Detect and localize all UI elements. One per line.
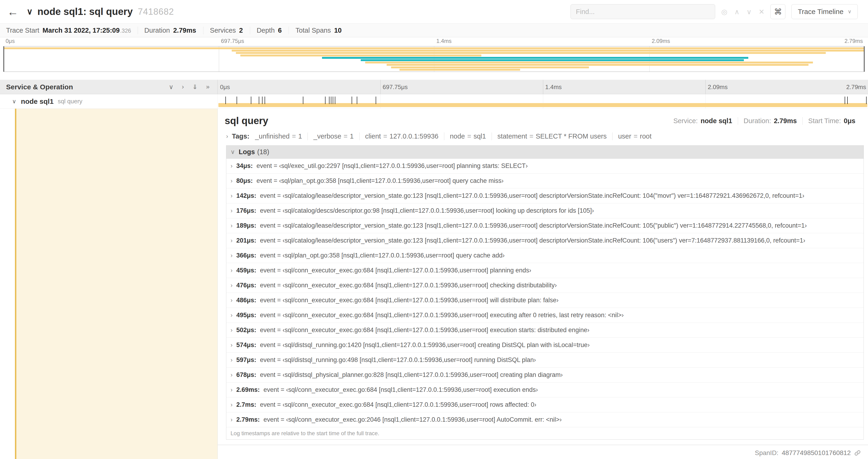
log-message: event = ‹sql/distsql_running.go:1420 [ns… <box>260 341 590 349</box>
trace-id: 7418682 <box>138 7 174 17</box>
log-timestamp: 502μs: <box>236 327 256 334</box>
viewport-scrubber-right[interactable] <box>864 46 865 72</box>
log-entry[interactable]: › 201μs: event = ‹sql/catalog/lease/desc… <box>226 233 864 248</box>
log-marker-tick <box>357 97 357 104</box>
equals-sign: = <box>292 132 296 140</box>
timeline-collapse-controls: ∨ › ⇓ » <box>169 83 211 91</box>
clear-search-icon[interactable]: ✕ <box>758 8 765 16</box>
log-timestamp: 459μs: <box>236 267 256 274</box>
expand-all-double-chevron-right-icon[interactable]: » <box>206 83 210 91</box>
detail-left-gutter <box>0 109 218 459</box>
log-message: event = ‹sql/conn_executor_exec.go:2046 … <box>264 416 562 423</box>
minimap-canvas[interactable] <box>3 46 865 72</box>
command-icon: ⌘ <box>774 7 782 16</box>
span-operation-name: sql query <box>58 98 83 105</box>
find-input[interactable] <box>570 4 715 19</box>
log-entry[interactable]: › 176μs: event = ‹sql/catalog/descs/desc… <box>226 203 864 218</box>
summary-item: Duration 2.79ms <box>138 27 203 34</box>
log-entry[interactable]: › 2.79ms: event = ‹sql/conn_executor_exe… <box>226 412 864 427</box>
log-marker-tick <box>303 97 303 104</box>
log-message: event = ‹sql/conn_executor_exec.go:684 [… <box>260 297 559 304</box>
collapse-all-chevron-down-icon[interactable]: ∨ <box>169 83 174 91</box>
span-name-column[interactable]: ∨ node sql1 sql query <box>0 94 218 109</box>
service-operation-header: Service & Operation ∨ › ⇓ » <box>0 80 218 94</box>
log-entry[interactable]: › 2.7ms: event = ‹sql/conn_executor_exec… <box>226 397 864 412</box>
log-marker-tick <box>376 97 376 104</box>
logs-header[interactable]: ∨ Logs (18) <box>226 145 864 159</box>
ruler-gridline <box>705 80 706 94</box>
timeline-ruler: 0μs697.75μs1.4ms2.09ms2.79ms <box>218 80 868 94</box>
chevron-down-icon[interactable]: ∨ <box>12 98 16 105</box>
collapse-trace-chevron-icon[interactable]: ∨ <box>27 7 33 17</box>
log-entry[interactable]: › 366μs: event = ‹sql/plan_opt.go:358 [n… <box>226 248 864 263</box>
minimap-span-bar <box>391 66 589 68</box>
ruler-gridline <box>543 80 543 94</box>
summary-value: March 31 2022, 17:25:09 <box>42 27 120 34</box>
time-tick-label: 2.09ms <box>708 84 727 91</box>
copy-link-icon[interactable] <box>854 450 861 456</box>
log-message: event = ‹sql/conn_executor_exec.go:684 [… <box>260 312 624 319</box>
viewport-scrubber-left[interactable] <box>3 46 4 72</box>
log-entry[interactable]: › 189μs: event = ‹sql/catalog/lease/desc… <box>226 218 864 233</box>
log-entry[interactable]: › 678μs: event = ‹sql/distsql_physical_p… <box>226 368 864 383</box>
summary-item: Services 2 <box>203 27 250 34</box>
tag-value: sql1 <box>473 132 486 140</box>
log-entry[interactable]: › 574μs: event = ‹sql/distsql_running.go… <box>226 338 864 353</box>
equals-sign: = <box>633 132 638 140</box>
tags-row[interactable]: › Tags: _unfinished = 1 _verbose = 1 <box>218 130 868 145</box>
summary-label: Duration <box>145 27 170 34</box>
log-marker-tick <box>225 97 226 104</box>
log-entry[interactable]: › 495μs: event = ‹sql/conn_executor_exec… <box>226 308 864 323</box>
log-entry[interactable]: › 597μs: event = ‹sql/distsql_running.go… <box>226 353 864 368</box>
equals-sign: = <box>467 132 471 140</box>
log-timestamp: 2.79ms: <box>236 416 260 423</box>
back-button[interactable]: ← <box>0 0 26 23</box>
time-tick-label: 1.4ms <box>545 84 562 91</box>
log-message: event = ‹sql/catalog/lease/descriptor_ve… <box>260 192 804 199</box>
log-timestamp: 189μs: <box>236 222 256 229</box>
log-entry[interactable]: › 2.69ms: event = ‹sql/conn_executor_exe… <box>226 383 864 397</box>
next-result-icon[interactable]: ∨ <box>746 8 751 16</box>
equals-sign: = <box>383 132 387 140</box>
find-focus-icon[interactable]: ◎ <box>721 8 727 16</box>
log-entry[interactable]: › 502μs: event = ‹sql/conn_executor_exec… <box>226 323 864 338</box>
chevron-right-icon: › <box>230 162 232 170</box>
trace-title: node sql1: sql query <box>37 6 132 17</box>
log-entry[interactable]: › 459μs: event = ‹sql/conn_executor_exec… <box>226 263 864 278</box>
view-selector-label: Trace Timeline <box>798 8 843 15</box>
log-entry[interactable]: › 476μs: event = ‹sql/conn_executor_exec… <box>226 278 864 293</box>
log-message: event = ‹sql/plan_opt.go:358 [nsql1,clie… <box>260 252 505 259</box>
span-service-name: node sql1 <box>21 97 54 105</box>
trace-view-selector[interactable]: Trace Timeline ∨ <box>792 4 858 19</box>
overview-label: Start Time: <box>808 117 841 125</box>
tag-value: SELECT * FROM users <box>536 132 607 140</box>
summary-value: 2 <box>239 27 243 34</box>
span-timeline-track[interactable] <box>218 94 868 109</box>
log-marker-tick <box>265 97 265 104</box>
minimap-span-bar <box>240 55 482 57</box>
log-entry[interactable]: › 486μs: event = ‹sql/conn_executor_exec… <box>226 293 864 308</box>
summary-value: 10 <box>334 27 342 34</box>
collapse-level-double-chevron-down-icon[interactable]: ⇓ <box>192 83 198 91</box>
expand-chevron-right-icon[interactable]: › <box>182 83 184 91</box>
time-tick-label: 0μs <box>6 38 15 44</box>
chevron-right-icon: › <box>230 237 232 244</box>
log-timestamp: 142μs: <box>236 192 256 199</box>
log-timestamp: 495μs: <box>236 312 256 319</box>
log-entry[interactable]: › 142μs: event = ‹sql/catalog/lease/desc… <box>226 189 864 203</box>
log-entry[interactable]: › 80μs: event = ‹sql/plan_opt.go:358 [ns… <box>226 173 864 189</box>
overview-value: node sql1 <box>701 117 732 125</box>
prev-result-icon[interactable]: ∧ <box>734 8 739 16</box>
log-marker-tick <box>866 97 867 104</box>
log-message: event = ‹sql/plan_opt.go:358 [nsql1,clie… <box>256 177 503 185</box>
tag-key: node <box>450 132 465 140</box>
log-timestamp: 486μs: <box>236 297 256 304</box>
chevron-right-icon: › <box>230 371 232 379</box>
minimap-axis: 0μs697.75μs1.4ms2.09ms2.79ms <box>3 38 865 46</box>
log-marker-tick <box>335 97 335 104</box>
trace-minimap[interactable]: 0μs697.75μs1.4ms2.09ms2.79ms <box>0 37 868 73</box>
tag-item: node = sql1 <box>444 132 492 140</box>
log-entry[interactable]: › 34μs: event = ‹sql/exec_util.go:2297 [… <box>226 159 864 173</box>
trace-summary-bar: Trace Start March 31 2022, 17:25:09 .326… <box>0 23 868 37</box>
keyboard-shortcuts-button[interactable]: ⌘ <box>771 4 785 19</box>
